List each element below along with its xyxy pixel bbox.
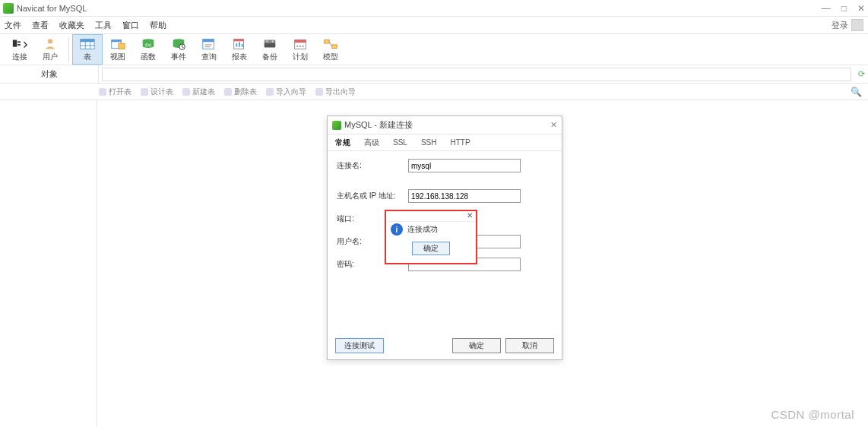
main-area: MySQL - 新建连接 ✕ 常规 高级 SSL SSH HTTP 连接名: 主… bbox=[0, 100, 868, 427]
toolbar-schedule[interactable]: 计划 bbox=[285, 34, 315, 65]
input-host[interactable] bbox=[408, 189, 521, 203]
toolbar-event[interactable]: 事件 bbox=[163, 34, 194, 65]
svg-rect-2 bbox=[17, 44, 21, 46]
message-ok-button[interactable]: 确定 bbox=[412, 242, 450, 255]
svg-rect-1 bbox=[17, 41, 21, 43]
action-open-table[interactable]: 打开表 bbox=[99, 87, 131, 97]
action-bar: 打开表 设计表 新建表 删除表 导入向导 导出向导 🔍 bbox=[0, 84, 868, 100]
action-delete-table[interactable]: 删除表 bbox=[224, 87, 257, 97]
svg-rect-0 bbox=[13, 40, 17, 46]
tab-advanced[interactable]: 高级 bbox=[361, 136, 382, 150]
tab-ssl[interactable]: SSL bbox=[390, 137, 410, 148]
menu-window[interactable]: 窗口 bbox=[122, 20, 139, 31]
toolbar-query[interactable]: 查询 bbox=[194, 34, 224, 65]
test-connection-button[interactable]: 连接测试 bbox=[335, 338, 384, 353]
window-title: Navicat for MySQL bbox=[17, 4, 822, 13]
svg-rect-36 bbox=[325, 40, 329, 43]
svg-rect-32 bbox=[295, 40, 306, 43]
svg-line-38 bbox=[329, 42, 332, 46]
svg-text:f(x): f(x) bbox=[145, 42, 151, 46]
svg-rect-24 bbox=[236, 43, 237, 47]
dialog-title: MySQL - 新建连接 bbox=[344, 119, 550, 131]
input-connection-name[interactable] bbox=[408, 159, 521, 172]
label-connection-name: 连接名: bbox=[337, 160, 408, 171]
window-minimize-button[interactable]: — bbox=[822, 3, 831, 14]
login-button[interactable]: 登录 bbox=[832, 19, 863, 31]
table-icon bbox=[79, 37, 96, 51]
svg-rect-23 bbox=[234, 39, 244, 41]
object-tab[interactable]: 对象 bbox=[0, 65, 99, 83]
refresh-icon[interactable]: ⟳ bbox=[854, 69, 868, 79]
event-icon bbox=[170, 37, 187, 51]
label-host: 主机名或 IP 地址: bbox=[337, 191, 408, 201]
menu-help[interactable]: 帮助 bbox=[150, 20, 166, 31]
action-new-table[interactable]: 新建表 bbox=[182, 87, 215, 97]
tab-http[interactable]: HTTP bbox=[447, 137, 473, 148]
svg-point-34 bbox=[299, 45, 301, 46]
object-bar: 对象 ⟳ bbox=[0, 65, 868, 84]
watermark: CSDN @mortal bbox=[771, 408, 854, 421]
tab-ssh[interactable]: SSH bbox=[418, 137, 440, 148]
svg-point-35 bbox=[303, 45, 304, 46]
view-icon bbox=[109, 37, 126, 51]
toolbar-user[interactable]: 用户 bbox=[35, 34, 65, 65]
login-label: 登录 bbox=[832, 20, 848, 31]
toolbar-separator bbox=[68, 37, 69, 62]
schedule-icon bbox=[292, 37, 309, 51]
dialog-title-bar[interactable]: MySQL - 新建连接 ✕ bbox=[328, 116, 562, 134]
svg-point-3 bbox=[48, 39, 52, 43]
menu-file[interactable]: 文件 bbox=[5, 20, 21, 31]
info-icon: i bbox=[391, 223, 403, 236]
backup-icon bbox=[261, 37, 278, 51]
search-icon[interactable]: 🔍 bbox=[851, 87, 862, 97]
content-area: MySQL - 新建连接 ✕ 常规 高级 SSL SSH HTTP 连接名: 主… bbox=[97, 100, 868, 427]
message-close-button[interactable]: ✕ bbox=[467, 211, 473, 221]
query-icon bbox=[201, 37, 217, 51]
svg-rect-28 bbox=[265, 40, 276, 43]
toolbar-table[interactable]: 表 bbox=[72, 34, 103, 65]
toolbar-report[interactable]: 报表 bbox=[224, 34, 255, 65]
menu-favorites[interactable]: 收藏夹 bbox=[59, 20, 84, 31]
dialog-footer: 连接测试 确定 取消 bbox=[328, 337, 562, 355]
message-text: 连接成功 bbox=[407, 224, 438, 235]
menu-bar: 文件 查看 收藏夹 工具 窗口 帮助 登录 bbox=[0, 17, 868, 33]
window-maximize-button[interactable]: □ bbox=[841, 3, 847, 14]
object-search-input[interactable] bbox=[102, 68, 851, 81]
model-icon bbox=[322, 37, 339, 51]
svg-rect-11 bbox=[119, 43, 125, 49]
svg-rect-25 bbox=[239, 42, 240, 46]
toolbar-model[interactable]: 模型 bbox=[315, 34, 346, 65]
toolbar-function[interactable]: f(x) 函数 bbox=[133, 34, 163, 65]
app-logo-icon bbox=[332, 121, 341, 130]
svg-rect-26 bbox=[242, 44, 243, 47]
tab-general[interactable]: 常规 bbox=[332, 136, 353, 150]
title-bar: Navicat for MySQL — □ ✕ bbox=[0, 0, 868, 17]
svg-rect-19 bbox=[203, 39, 214, 42]
function-icon: f(x) bbox=[140, 37, 157, 51]
menu-tools[interactable]: 工具 bbox=[95, 20, 112, 31]
svg-rect-37 bbox=[332, 44, 337, 48]
report-icon bbox=[231, 37, 248, 51]
cancel-button[interactable]: 取消 bbox=[505, 338, 554, 353]
user-icon bbox=[42, 37, 59, 51]
toolbar-view[interactable]: 视图 bbox=[103, 34, 133, 65]
connection-tree[interactable] bbox=[0, 100, 97, 427]
dialog-tabs: 常规 高级 SSL SSH HTTP bbox=[328, 134, 562, 151]
plug-icon bbox=[11, 37, 28, 51]
window-close-button[interactable]: ✕ bbox=[857, 3, 865, 14]
action-import-wizard[interactable]: 导入向导 bbox=[266, 87, 306, 97]
svg-rect-10 bbox=[112, 40, 122, 42]
action-export-wizard[interactable]: 导出向导 bbox=[315, 87, 356, 97]
message-box: ✕ i 连接成功 确定 bbox=[385, 210, 477, 264]
svg-point-30 bbox=[272, 40, 274, 42]
avatar-icon bbox=[851, 19, 863, 31]
menu-view[interactable]: 查看 bbox=[32, 20, 49, 31]
action-design-table[interactable]: 设计表 bbox=[141, 87, 173, 97]
dialog-close-button[interactable]: ✕ bbox=[550, 120, 557, 130]
svg-rect-5 bbox=[81, 39, 94, 42]
toolbar-connect[interactable]: 连接 bbox=[5, 34, 35, 65]
toolbar-backup[interactable]: 备份 bbox=[255, 34, 285, 65]
ok-button[interactable]: 确定 bbox=[452, 338, 501, 353]
app-logo-icon bbox=[3, 3, 14, 14]
toolbar: 连接 用户 表 视图 f(x) 函数 事件 查询 报表 备份 计划 模型 bbox=[0, 33, 868, 65]
